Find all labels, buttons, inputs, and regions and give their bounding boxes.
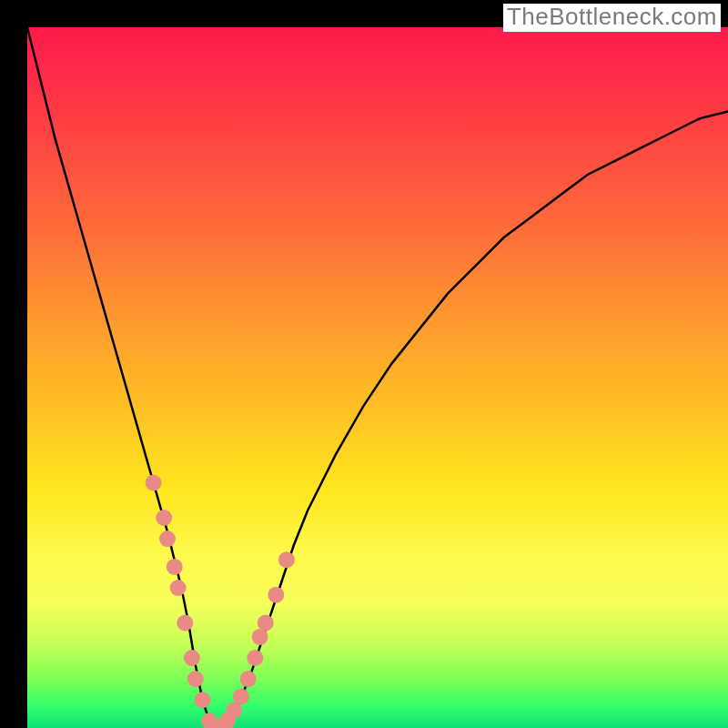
curve-marker: [177, 615, 193, 632]
curve-marker: [146, 475, 162, 491]
curve-marker: [159, 531, 176, 547]
curve-marker: [195, 692, 211, 708]
curve-marker: [167, 559, 183, 575]
curve-marker: [226, 703, 242, 719]
curve-marker: [156, 510, 172, 526]
curve-marker: [240, 671, 257, 687]
curve-marker: [252, 629, 268, 645]
watermark-text: TheBottleneck.com: [503, 4, 721, 32]
plot-area: [27, 27, 728, 728]
curve-marker: [187, 671, 204, 687]
curve-marker: [278, 551, 295, 568]
curve-marker: [170, 580, 187, 596]
curve-marker: [184, 650, 200, 666]
chart-frame: TheBottleneck.com: [0, 0, 728, 728]
curve-markers: [146, 475, 295, 729]
bottleneck-curve-svg: [27, 27, 728, 728]
curve-marker: [258, 615, 274, 632]
bottleneck-curve: [27, 27, 728, 728]
curve-marker: [268, 587, 284, 603]
curve-marker: [233, 688, 249, 704]
curve-marker: [247, 650, 263, 666]
